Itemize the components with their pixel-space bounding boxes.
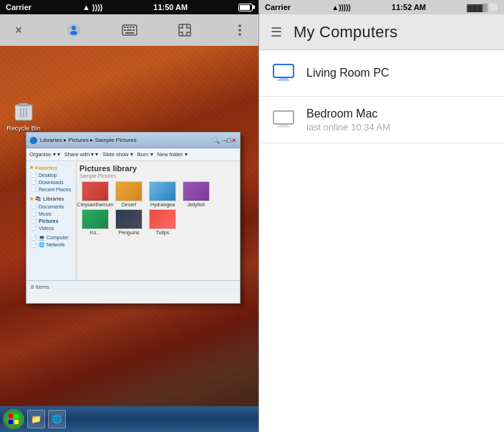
thumbnail-grid: Chrysanthemum Desert Hydrangea Jell xyxy=(79,181,237,235)
monitor-icon-living-room xyxy=(271,60,296,86)
computer-item-bedroom[interactable]: Bedroom Mac last online 10:34 AM xyxy=(259,97,504,143)
svg-rect-22 xyxy=(9,414,13,418)
recycle-bin-icon[interactable]: Recycle Bin xyxy=(6,97,42,132)
carrier-left: Carrier xyxy=(6,3,32,11)
taskbar-ie[interactable]: 🌐 xyxy=(48,410,66,428)
carrier-right: Carrier xyxy=(265,3,291,11)
organise-button[interactable]: Organise ▾ xyxy=(29,151,60,158)
svg-rect-11 xyxy=(125,32,134,34)
wifi-icon-left: ▲ )))) xyxy=(82,3,103,11)
living-room-name: Living Room PC xyxy=(306,67,493,80)
bedroom-name: Bedroom Mac xyxy=(306,107,493,120)
svg-rect-9 xyxy=(127,29,132,31)
computer-item-living-room[interactable]: Living Room PC xyxy=(259,50,504,97)
computer-link[interactable]: 💻 Computer xyxy=(26,234,76,241)
right-panel: Carrier ▲))))) 11:52 AM ▓▓▓▒ ⬜ ☰ My Comp… xyxy=(259,0,504,432)
keyboard-icon[interactable] xyxy=(120,20,140,40)
thumb-chrysanthemum[interactable]: Chrysanthemum xyxy=(79,181,111,207)
time-left: 11:50 AM xyxy=(153,3,188,11)
svg-point-2 xyxy=(70,31,77,35)
more-options-icon[interactable] xyxy=(230,20,250,40)
svg-rect-30 xyxy=(279,124,288,126)
explorer-body: Favorites Desktop Downloads Recent Place… xyxy=(26,161,240,280)
svg-point-13 xyxy=(238,24,241,27)
explorer-header: Pictures library xyxy=(79,164,237,173)
svg-rect-26 xyxy=(273,64,294,77)
new-folder-button[interactable]: New folder xyxy=(158,151,188,158)
burn-button[interactable]: Burn xyxy=(137,151,153,158)
svg-rect-25 xyxy=(14,420,19,424)
bedroom-status: last online 10:34 AM xyxy=(306,122,493,133)
svg-rect-31 xyxy=(277,126,290,128)
explorer-close[interactable]: ✕ xyxy=(231,137,237,144)
svg-rect-28 xyxy=(277,80,290,81)
recycle-bin-label: Recycle Bin xyxy=(6,125,41,132)
computer-info-bedroom: Bedroom Mac last online 10:34 AM xyxy=(306,107,493,133)
desktop-link[interactable]: Desktop xyxy=(26,171,76,178)
time-right: 11:52 AM xyxy=(392,3,426,11)
thumb-hydrangea[interactable]: Hydrangea xyxy=(147,181,178,207)
status-icons-right: ▓▓▓▒ ⬜ xyxy=(467,4,498,11)
explorer-statusbar: 8 items xyxy=(26,280,240,293)
battery-icon-left xyxy=(238,4,253,11)
hamburger-menu[interactable]: ☰ xyxy=(271,26,282,39)
expand-icon[interactable] xyxy=(175,20,195,40)
music-link[interactable]: Music xyxy=(26,210,76,217)
thumb-ko[interactable]: Ko... xyxy=(79,209,111,235)
svg-rect-12 xyxy=(179,24,190,36)
thumb-desert[interactable]: Desert xyxy=(113,181,145,207)
svg-point-1 xyxy=(72,26,76,30)
svg-rect-27 xyxy=(279,77,288,80)
left-panel: Carrier ▲ )))) 11:50 AM × xyxy=(0,0,259,432)
explorer-main: Pictures library Sample Pictures Chrysan… xyxy=(77,161,240,280)
svg-rect-23 xyxy=(14,414,19,418)
svg-rect-29 xyxy=(273,111,294,124)
network-link[interactable]: 🌐 Network xyxy=(26,241,76,249)
explorer-sidebar: Favorites Desktop Downloads Recent Place… xyxy=(26,161,77,280)
libraries-title: 📚 Libraries xyxy=(26,196,76,203)
explorer-window[interactable]: 🔵 Libraries ▸ Pictures ▸ Sample Pictures… xyxy=(26,132,241,304)
explorer-path: Libraries ▸ Pictures ▸ Sample Pictures xyxy=(40,137,212,143)
computer-info-living-room: Living Room PC xyxy=(306,67,493,80)
svg-rect-6 xyxy=(130,27,132,28)
svg-rect-24 xyxy=(9,420,13,424)
status-bar-left: Carrier ▲ )))) 11:50 AM xyxy=(0,0,258,14)
share-button[interactable]: Share with ▾ xyxy=(64,151,99,158)
svg-rect-5 xyxy=(127,27,129,28)
svg-rect-7 xyxy=(132,27,135,28)
page-title: My Computers xyxy=(294,23,397,42)
svg-rect-8 xyxy=(124,29,126,31)
svg-rect-10 xyxy=(132,29,135,31)
cursor-icon[interactable] xyxy=(64,20,84,40)
svg-point-15 xyxy=(238,33,241,36)
wifi-signal-right: ▲))))) xyxy=(331,4,351,11)
docs-link[interactable]: Documents xyxy=(26,203,76,210)
pictures-link[interactable]: Pictures xyxy=(26,217,76,224)
status-icons-left xyxy=(238,4,253,11)
explorer-titlebar: 🔵 Libraries ▸ Pictures ▸ Sample Pictures… xyxy=(26,133,240,148)
explorer-subheader: Sample Pictures xyxy=(79,173,237,178)
thumb-jellyfish[interactable]: Jellyfish xyxy=(180,181,212,207)
start-button[interactable] xyxy=(3,409,24,429)
favorites-title: Favorites xyxy=(26,164,76,171)
svg-rect-4 xyxy=(124,27,126,28)
explorer-toolbar: Organise ▾ Share with ▾ Slide show Burn … xyxy=(26,148,240,161)
slideshow-button[interactable]: Slide show xyxy=(102,151,132,158)
thumb-tulips[interactable]: Tulips xyxy=(147,209,178,235)
taskbar: 📁 🌐 xyxy=(0,406,258,432)
toolbar-left: × xyxy=(0,14,258,46)
status-bar-right: Carrier ▲))))) 11:52 AM ▓▓▓▒ ⬜ xyxy=(259,0,504,14)
taskbar-explorer[interactable]: 📁 xyxy=(27,410,45,428)
videos-link[interactable]: Videos xyxy=(26,224,76,231)
battery-right: ▓▓▓▒ ⬜ xyxy=(467,4,498,11)
app-header: ☰ My Computers xyxy=(259,14,504,50)
computer-list: Living Room PC Bedroom Mac last online 1… xyxy=(259,50,504,432)
desktop-background: Recycle Bin 🔵 Libraries ▸ Pictures ▸ Sam… xyxy=(0,46,258,432)
downloads-link[interactable]: Downloads xyxy=(26,178,76,186)
thumb-penguins[interactable]: Penguins xyxy=(113,209,145,235)
close-button[interactable]: × xyxy=(9,20,29,40)
svg-point-14 xyxy=(238,29,241,32)
recent-link[interactable]: Recent Places xyxy=(26,186,76,193)
monitor-icon-bedroom xyxy=(271,107,296,133)
